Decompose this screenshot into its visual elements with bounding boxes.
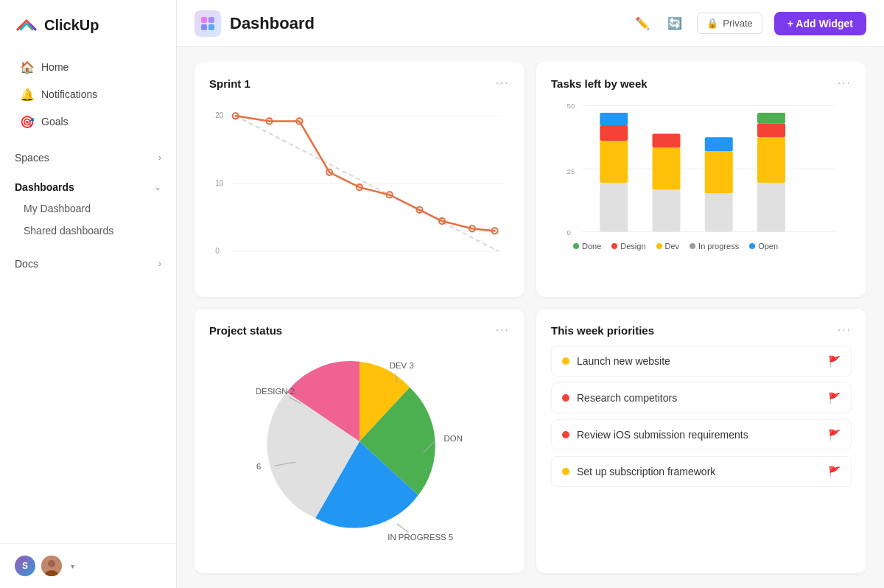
svg-line-49 xyxy=(397,524,408,532)
tasks-widget-menu[interactable]: ··· xyxy=(838,77,852,90)
svg-text:DEV 3: DEV 3 xyxy=(390,361,414,370)
svg-rect-3 xyxy=(201,17,207,23)
svg-rect-4 xyxy=(208,17,214,23)
open-dot xyxy=(749,243,755,249)
svg-text:10: 10 xyxy=(215,179,224,187)
priority-left-2: Review iOS submission requirements xyxy=(562,429,748,441)
sidebar-item-my-dashboard[interactable]: My Dashboard xyxy=(0,197,176,220)
app-logo: ClickUp xyxy=(0,0,176,50)
priority-left-3: Set up subscription framework xyxy=(562,466,715,477)
private-label: Private xyxy=(723,18,752,29)
bar-chart-svg: 50 25 0 xyxy=(551,99,852,239)
dashboard-icon xyxy=(194,10,221,37)
goals-icon: 🎯 xyxy=(21,115,34,128)
spaces-chevron-icon: › xyxy=(158,153,161,163)
priority-text-2: Review iOS submission requirements xyxy=(577,429,748,441)
sidebar-item-home[interactable]: 🏠 Home xyxy=(6,54,170,80)
page-title: Dashboard xyxy=(230,14,315,33)
priorities-widget: This week priorities ··· Launch new webs… xyxy=(536,309,866,573)
bar-chart-area: 50 25 0 xyxy=(551,99,852,261)
priority-dot-2 xyxy=(562,431,569,438)
priority-item-3[interactable]: Set up subscription framework 🚩 xyxy=(551,456,852,487)
docs-section[interactable]: Docs › xyxy=(0,251,176,274)
add-widget-button[interactable]: + Add Widget xyxy=(774,12,866,35)
edit-button[interactable]: ✏️ xyxy=(632,13,653,33)
sprint-widget-menu[interactable]: ··· xyxy=(496,77,510,90)
my-dashboard-label: My Dashboard xyxy=(24,203,91,214)
clickup-logo-icon xyxy=(15,13,38,37)
sidebar-item-goals[interactable]: 🎯 Goals xyxy=(6,108,170,135)
app-name: ClickUp xyxy=(44,17,99,34)
pie-chart-svg: DEV 3 DONE 5 IN PROGRESS 5 OPEN 6 DESIGN… xyxy=(256,338,463,545)
svg-text:OPEN 6: OPEN 6 xyxy=(256,462,261,471)
legend-in-progress: In progress xyxy=(690,242,739,251)
svg-rect-34 xyxy=(653,190,681,232)
svg-rect-32 xyxy=(600,125,628,141)
sprint-chart-svg: 20 10 0 xyxy=(209,99,510,261)
svg-text:DESIGN 2: DESIGN 2 xyxy=(256,387,295,396)
sidebar-nav: 🏠 Home 🔔 Notifications 🎯 Goals Spaces › … xyxy=(0,50,176,543)
pie-chart-area: DEV 3 DONE 5 IN PROGRESS 5 OPEN 6 DESIGN… xyxy=(209,346,510,537)
sidebar-label-home: Home xyxy=(41,61,69,73)
dashboards-label: Dashboards xyxy=(15,181,74,193)
legend-open: Open xyxy=(749,242,778,251)
svg-text:25: 25 xyxy=(567,167,575,175)
project-status-header: Project status ··· xyxy=(209,323,510,337)
header: Dashboard ✏️ 🔄 🔒 Private + Add Widget xyxy=(177,0,884,47)
priority-flag-0: 🚩 xyxy=(828,355,841,367)
tasks-widget: Tasks left by week ··· 50 25 0 xyxy=(536,62,866,297)
svg-rect-31 xyxy=(600,141,628,183)
priority-item-1[interactable]: Research competitors 🚩 xyxy=(551,382,852,413)
shared-dashboards-label: Shared dashboards xyxy=(24,225,113,237)
priority-flag-1: 🚩 xyxy=(828,392,841,404)
priority-list: Launch new website 🚩 Research competitor… xyxy=(551,346,852,487)
sidebar-bottom: S ▾ xyxy=(0,543,176,588)
sidebar: ClickUp 🏠 Home 🔔 Notifications 🎯 Goals S… xyxy=(0,0,177,588)
svg-rect-33 xyxy=(600,113,628,125)
svg-rect-43 xyxy=(757,113,785,123)
priorities-widget-header: This week priorities ··· xyxy=(551,323,852,337)
svg-rect-30 xyxy=(600,183,628,232)
dashboards-chevron-icon: ⌄ xyxy=(154,182,161,192)
user-avatar-initial: S xyxy=(15,556,35,576)
refresh-button[interactable]: 🔄 xyxy=(664,13,685,33)
dashboard-grid-icon xyxy=(200,15,216,32)
dashboards-section[interactable]: Dashboards ⌄ xyxy=(0,174,176,197)
svg-point-1 xyxy=(48,560,55,567)
legend-done: Done xyxy=(573,242,601,251)
done-dot xyxy=(573,243,579,249)
project-status-menu[interactable]: ··· xyxy=(496,323,510,337)
private-button[interactable]: 🔒 Private xyxy=(697,13,762,34)
lock-icon: 🔒 xyxy=(706,18,718,29)
priorities-widget-title: This week priorities xyxy=(551,324,654,337)
svg-rect-39 xyxy=(705,137,733,151)
svg-text:50: 50 xyxy=(567,102,575,110)
user-avatar-photo xyxy=(41,556,62,576)
legend-design: Design xyxy=(611,242,645,251)
sidebar-item-notifications[interactable]: 🔔 Notifications xyxy=(6,81,170,108)
svg-rect-38 xyxy=(705,151,733,193)
sidebar-label-goals: Goals xyxy=(41,116,69,127)
priority-flag-2: 🚩 xyxy=(828,429,841,441)
user-menu-chevron-icon[interactable]: ▾ xyxy=(71,562,74,570)
priority-dot-3 xyxy=(562,468,569,475)
svg-rect-36 xyxy=(653,134,681,148)
sidebar-item-shared-dashboards[interactable]: Shared dashboards xyxy=(0,220,176,242)
header-left: Dashboard xyxy=(194,10,315,37)
priorities-widget-menu[interactable]: ··· xyxy=(838,323,852,337)
svg-rect-5 xyxy=(201,24,207,30)
home-icon: 🏠 xyxy=(21,60,34,74)
sprint-widget: Sprint 1 ··· 20 10 0 xyxy=(194,62,525,297)
tasks-widget-header: Tasks left by week ··· xyxy=(551,77,852,90)
priority-item-2[interactable]: Review iOS submission requirements 🚩 xyxy=(551,419,852,450)
legend-dev: Dev xyxy=(656,242,680,251)
docs-chevron-icon: › xyxy=(158,259,161,269)
project-status-widget: Project status ··· xyxy=(194,309,525,573)
priority-item-0[interactable]: Launch new website 🚩 xyxy=(551,346,852,377)
tasks-widget-title: Tasks left by week xyxy=(551,77,648,90)
priority-text-3: Set up subscription framework xyxy=(577,466,715,477)
svg-text:IN PROGRESS 5: IN PROGRESS 5 xyxy=(387,533,453,542)
svg-rect-35 xyxy=(653,148,681,190)
spaces-section[interactable]: Spaces › xyxy=(0,144,176,168)
dashboard-grid: Sprint 1 ··· 20 10 0 xyxy=(177,47,884,588)
